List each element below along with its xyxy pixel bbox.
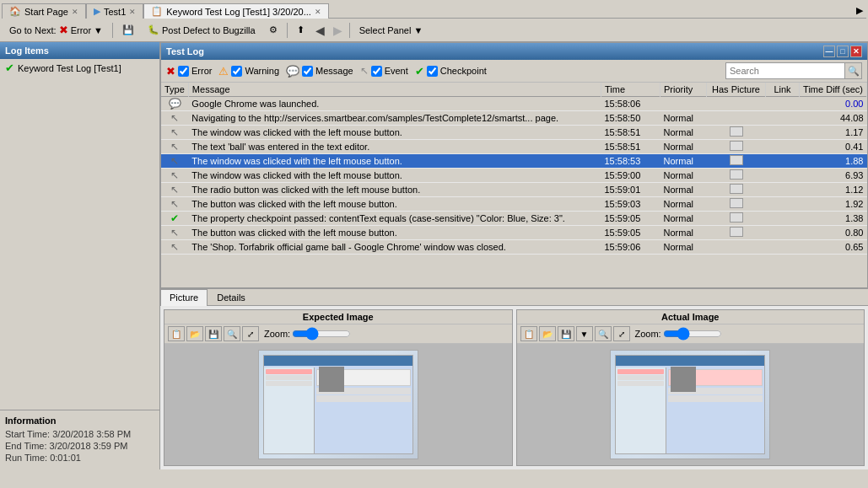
select-panel-label: Select Panel: [359, 25, 412, 35]
actual-screenshot: [610, 350, 770, 459]
table-row[interactable]: ↖ The text 'ball' was entered in the tex…: [161, 140, 867, 154]
table-row[interactable]: ↖ The button was clicked with the left m…: [161, 226, 867, 240]
plugin-icon: ⚙: [269, 24, 278, 35]
warning-checkbox[interactable]: [231, 66, 242, 77]
row-timediff-cell: 6.93: [800, 169, 867, 183]
actual-zoom-slider[interactable]: [663, 329, 722, 339]
row-type-cell: ✔: [161, 212, 188, 226]
message-checkbox[interactable]: [302, 66, 313, 77]
post-defect-btn[interactable]: 🐛 Post Defect to Bugzilla: [142, 21, 261, 40]
row-time-cell: 15:58:51: [601, 140, 660, 154]
row-time-cell: 15:58:06: [601, 97, 660, 111]
select-panel-btn[interactable]: Select Panel ▼: [353, 21, 429, 40]
search-box[interactable]: 🔍: [725, 62, 862, 79]
col-link-header[interactable]: Link: [766, 83, 800, 97]
event-checkbox[interactable]: [371, 66, 382, 77]
expected-zoom-slider[interactable]: [292, 329, 351, 339]
col-picture-header[interactable]: Has Picture: [707, 83, 766, 97]
tab-test1-close[interactable]: ✕: [129, 8, 136, 16]
table-row[interactable]: ↖ The 'Shop. Torfabrik official game bal…: [161, 240, 867, 255]
filter-error[interactable]: ✖ Error: [166, 65, 212, 78]
actual-open-btn[interactable]: 📂: [539, 326, 556, 341]
error-checkbox[interactable]: [178, 66, 189, 77]
go-to-next-btn[interactable]: Go to Next: ✖ Error ▼: [3, 21, 109, 40]
main-layout: Log Items ✔ Keyword Test Log [Test1] Inf…: [0, 42, 868, 469]
tab-picture[interactable]: Picture: [160, 289, 208, 306]
test-log-panel: Test Log — □ ✕ ✖ Error ⚠ Warning: [160, 42, 868, 288]
row-time-cell: 15:59:05: [601, 212, 660, 226]
table-row[interactable]: ✔ The property checkpoint passed: conten…: [161, 212, 867, 226]
actual-save-btn[interactable]: 💾: [558, 326, 574, 341]
picture-icon: [730, 227, 743, 237]
actual-copy-btn[interactable]: 📋: [520, 326, 537, 341]
row-picture-cell: [707, 197, 766, 212]
col-priority-header[interactable]: Priority: [660, 83, 707, 97]
minimize-btn[interactable]: —: [823, 46, 835, 57]
table-row[interactable]: ↖ Navigating to the http://services.smar…: [161, 111, 867, 126]
expected-copy-btn[interactable]: 📋: [168, 326, 185, 341]
row-picture-cell: [707, 212, 766, 226]
info-run-time: Run Time: 0:01:01: [5, 453, 154, 463]
actual-dropdown-btn[interactable]: ▼: [576, 326, 593, 341]
table-row[interactable]: ↖ The window was clicked with the left m…: [161, 169, 867, 183]
upload-btn[interactable]: ⬆: [291, 21, 310, 40]
dropdown-arrow-icon: ▼: [94, 25, 103, 35]
checkpoint-checkbox[interactable]: [427, 66, 438, 77]
nav-forward-btn[interactable]: ▶: [330, 22, 346, 39]
table-row[interactable]: ↖ The radio button was clicked with the …: [161, 183, 867, 197]
filter-checkpoint[interactable]: ✔ Checkpoint: [415, 65, 487, 78]
tab-start-page[interactable]: 🏠 Start Page ✕: [2, 3, 86, 19]
col-timediff-header[interactable]: Time Diff (sec): [800, 83, 867, 97]
row-link-cell: [766, 154, 800, 169]
expected-search-btn[interactable]: 🔍: [224, 326, 240, 341]
sidebar-info: Information Start Time: 3/20/2018 3:58 P…: [0, 410, 159, 469]
filter-warning[interactable]: ⚠ Warning: [218, 65, 279, 78]
log-table[interactable]: Type Message Time Priority Has Picture L…: [161, 83, 867, 287]
close-btn[interactable]: ✕: [850, 46, 862, 57]
row-type-cell: ↖: [161, 183, 188, 197]
table-row[interactable]: ↖ The window was clicked with the left m…: [161, 154, 867, 169]
plugin-btn[interactable]: ⚙: [263, 21, 283, 40]
row-type-cell: ↖: [161, 197, 188, 212]
actual-search-btn[interactable]: 🔍: [595, 326, 612, 341]
col-message-header[interactable]: Message: [188, 83, 601, 97]
expected-save-btn[interactable]: 💾: [205, 326, 222, 341]
tab-scroll-right[interactable]: ▶: [853, 3, 866, 19]
tab-keyword-log[interactable]: 📋 Keyword Test Log [Test1] 3/20/20... ✕: [143, 3, 329, 19]
post-defect-label: Post Defect to Bugzilla: [162, 25, 256, 35]
picture-icon: [730, 141, 743, 151]
tab-test1[interactable]: ▶ Test1 ✕: [86, 3, 143, 19]
picture-icon: [730, 184, 743, 194]
filter-event[interactable]: ↖ Event: [360, 65, 408, 77]
expected-open-btn[interactable]: 📂: [186, 326, 203, 341]
table-row[interactable]: 💬 Google Chrome was launched. 15:58:06 0…: [161, 97, 867, 111]
expected-screenshot: [258, 350, 418, 459]
save-icon-btn[interactable]: 💾: [116, 21, 140, 40]
row-link-cell: [766, 212, 800, 226]
table-header-row: Type Message Time Priority Has Picture L…: [161, 83, 867, 97]
row-message-cell: Navigating to the http://services.smartb…: [188, 111, 601, 126]
row-type-cell: ↖: [161, 169, 188, 183]
nav-back-btn[interactable]: ◀: [312, 22, 328, 39]
search-input[interactable]: [726, 63, 844, 78]
expected-fit-btn[interactable]: ⤢: [242, 326, 259, 341]
maximize-btn[interactable]: □: [837, 46, 849, 57]
tab-keyword-log-close[interactable]: ✕: [315, 8, 321, 16]
row-type-icon: ↖: [170, 184, 179, 196]
tab-details[interactable]: Details: [208, 289, 255, 305]
tab-start-page-label: Start Page: [24, 7, 68, 17]
event-filter-icon: ↖: [360, 65, 369, 77]
table-row[interactable]: ↖ The window was clicked with the left m…: [161, 126, 867, 140]
search-button[interactable]: 🔍: [844, 63, 861, 78]
header-controls: — □ ✕: [823, 46, 862, 57]
col-type-header[interactable]: Type: [161, 83, 188, 97]
row-picture-cell: [707, 169, 766, 183]
row-link-cell: [766, 97, 800, 111]
col-time-header[interactable]: Time: [601, 83, 660, 97]
tab-start-page-close[interactable]: ✕: [72, 8, 78, 16]
sidebar-item-keyword-log[interactable]: ✔ Keyword Test Log [Test1]: [0, 59, 159, 77]
filter-message[interactable]: 💬 Message: [286, 65, 353, 78]
actual-fit-btn[interactable]: ⤢: [613, 326, 630, 341]
info-end-time: End Time: 3/20/2018 3:59 PM: [5, 441, 154, 451]
table-row[interactable]: ↖ The button was clicked with the left m…: [161, 197, 867, 212]
